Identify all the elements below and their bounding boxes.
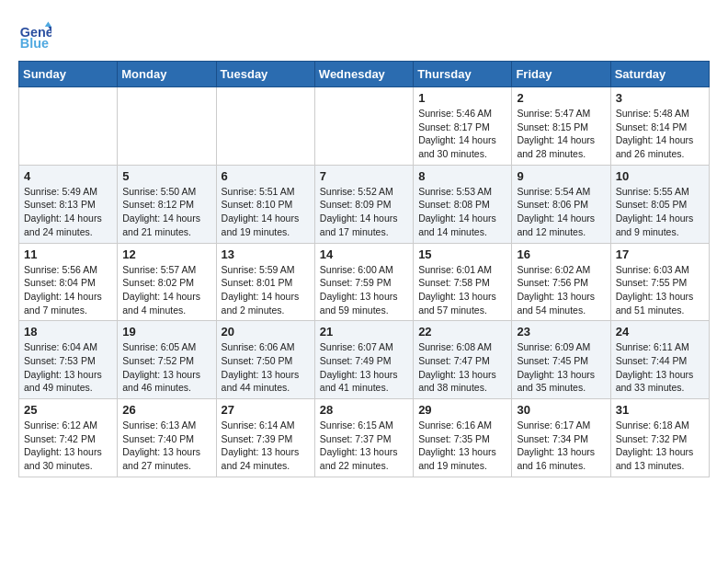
weekday-header-tuesday: Tuesday: [216, 62, 314, 87]
day-number: 27: [222, 403, 310, 417]
day-number: 3: [616, 91, 704, 105]
day-number: 6: [222, 169, 310, 183]
weekday-header-saturday: Saturday: [610, 62, 709, 87]
day-info: Sunrise: 6:17 AM Sunset: 7:34 PM Dayligh…: [517, 419, 605, 473]
day-number: 20: [222, 325, 310, 339]
calendar-cell: 2Sunrise: 5:47 AM Sunset: 8:15 PM Daylig…: [512, 87, 610, 166]
weekday-header-friday: Friday: [512, 62, 610, 87]
page-header: General Blue: [18, 18, 710, 52]
calendar-cell: [19, 87, 118, 166]
day-number: 13: [222, 247, 310, 261]
day-info: Sunrise: 6:11 AM Sunset: 7:44 PM Dayligh…: [616, 340, 704, 395]
day-info: Sunrise: 6:18 AM Sunset: 7:32 PM Dayligh…: [616, 419, 704, 473]
calendar-cell: [216, 87, 314, 166]
calendar-week-row: 4Sunrise: 5:49 AM Sunset: 8:13 PM Daylig…: [19, 165, 710, 243]
calendar-cell: 29Sunrise: 6:16 AM Sunset: 7:35 PM Dayli…: [414, 399, 512, 477]
day-info: Sunrise: 5:56 AM Sunset: 8:04 PM Dayligh…: [24, 263, 112, 317]
calendar-week-row: 18Sunrise: 6:04 AM Sunset: 7:53 PM Dayli…: [19, 321, 710, 399]
calendar-cell: 30Sunrise: 6:17 AM Sunset: 7:34 PM Dayli…: [512, 399, 610, 477]
day-number: 7: [320, 169, 408, 183]
calendar-cell: 19Sunrise: 6:05 AM Sunset: 7:52 PM Dayli…: [118, 321, 216, 399]
weekday-header-wednesday: Wednesday: [314, 62, 413, 87]
day-number: 31: [616, 403, 704, 417]
calendar-week-row: 1Sunrise: 5:46 AM Sunset: 8:17 PM Daylig…: [19, 87, 710, 166]
calendar-cell: 31Sunrise: 6:18 AM Sunset: 7:32 PM Dayli…: [610, 399, 709, 477]
day-number: 23: [517, 325, 605, 339]
day-info: Sunrise: 6:02 AM Sunset: 7:56 PM Dayligh…: [517, 263, 605, 317]
day-number: 14: [320, 247, 408, 261]
day-info: Sunrise: 6:15 AM Sunset: 7:37 PM Dayligh…: [320, 419, 408, 473]
weekday-header-monday: Monday: [118, 62, 216, 87]
day-number: 18: [24, 325, 112, 339]
calendar-cell: 9Sunrise: 5:54 AM Sunset: 8:06 PM Daylig…: [512, 165, 610, 243]
day-info: Sunrise: 5:59 AM Sunset: 8:01 PM Dayligh…: [222, 263, 310, 317]
calendar-cell: 5Sunrise: 5:50 AM Sunset: 8:12 PM Daylig…: [118, 165, 216, 243]
calendar-cell: 3Sunrise: 5:48 AM Sunset: 8:14 PM Daylig…: [610, 87, 709, 166]
day-number: 8: [418, 169, 506, 183]
day-number: 9: [517, 169, 605, 183]
calendar-cell: 11Sunrise: 5:56 AM Sunset: 8:04 PM Dayli…: [19, 243, 118, 321]
calendar-cell: 10Sunrise: 5:55 AM Sunset: 8:05 PM Dayli…: [610, 165, 709, 243]
day-number: 4: [24, 169, 112, 183]
day-number: 5: [122, 169, 210, 183]
logo-icon: General Blue: [18, 18, 51, 52]
day-number: 21: [320, 325, 408, 339]
calendar-cell: 7Sunrise: 5:52 AM Sunset: 8:09 PM Daylig…: [314, 165, 413, 243]
calendar-cell: 23Sunrise: 6:09 AM Sunset: 7:45 PM Dayli…: [512, 321, 610, 399]
day-info: Sunrise: 5:57 AM Sunset: 8:02 PM Dayligh…: [122, 263, 210, 317]
calendar-cell: 26Sunrise: 6:13 AM Sunset: 7:40 PM Dayli…: [118, 399, 216, 477]
calendar-week-row: 11Sunrise: 5:56 AM Sunset: 8:04 PM Dayli…: [19, 243, 710, 321]
day-info: Sunrise: 5:53 AM Sunset: 8:08 PM Dayligh…: [418, 185, 506, 239]
day-number: 28: [320, 403, 408, 417]
calendar-cell: 22Sunrise: 6:08 AM Sunset: 7:47 PM Dayli…: [414, 321, 512, 399]
day-info: Sunrise: 6:16 AM Sunset: 7:35 PM Dayligh…: [418, 419, 506, 473]
day-info: Sunrise: 6:05 AM Sunset: 7:52 PM Dayligh…: [122, 340, 210, 395]
calendar-cell: 8Sunrise: 5:53 AM Sunset: 8:08 PM Daylig…: [414, 165, 512, 243]
day-info: Sunrise: 5:51 AM Sunset: 8:10 PM Dayligh…: [222, 185, 310, 239]
calendar-cell: 24Sunrise: 6:11 AM Sunset: 7:44 PM Dayli…: [610, 321, 709, 399]
day-number: 15: [418, 247, 506, 261]
day-info: Sunrise: 5:48 AM Sunset: 8:14 PM Dayligh…: [616, 107, 704, 161]
calendar-cell: 1Sunrise: 5:46 AM Sunset: 8:17 PM Daylig…: [414, 87, 512, 166]
logo: General Blue: [18, 18, 51, 52]
calendar-cell: 17Sunrise: 6:03 AM Sunset: 7:55 PM Dayli…: [610, 243, 709, 321]
day-number: 2: [517, 91, 605, 105]
day-info: Sunrise: 6:07 AM Sunset: 7:49 PM Dayligh…: [320, 340, 408, 395]
day-number: 10: [616, 169, 704, 183]
calendar-cell: 13Sunrise: 5:59 AM Sunset: 8:01 PM Dayli…: [216, 243, 314, 321]
day-info: Sunrise: 6:01 AM Sunset: 7:58 PM Dayligh…: [418, 263, 506, 317]
weekday-header-thursday: Thursday: [414, 62, 512, 87]
day-number: 25: [24, 403, 112, 417]
calendar-cell: 20Sunrise: 6:06 AM Sunset: 7:50 PM Dayli…: [216, 321, 314, 399]
calendar-cell: 6Sunrise: 5:51 AM Sunset: 8:10 PM Daylig…: [216, 165, 314, 243]
weekday-header-sunday: Sunday: [19, 62, 118, 87]
calendar-cell: 12Sunrise: 5:57 AM Sunset: 8:02 PM Dayli…: [118, 243, 216, 321]
day-info: Sunrise: 5:50 AM Sunset: 8:12 PM Dayligh…: [122, 185, 210, 239]
day-number: 26: [122, 403, 210, 417]
day-info: Sunrise: 6:12 AM Sunset: 7:42 PM Dayligh…: [24, 419, 112, 473]
calendar-cell: 25Sunrise: 6:12 AM Sunset: 7:42 PM Dayli…: [19, 399, 118, 477]
day-number: 29: [418, 403, 506, 417]
calendar-cell: 18Sunrise: 6:04 AM Sunset: 7:53 PM Dayli…: [19, 321, 118, 399]
calendar-table: SundayMondayTuesdayWednesdayThursdayFrid…: [18, 61, 710, 477]
calendar-cell: 15Sunrise: 6:01 AM Sunset: 7:58 PM Dayli…: [414, 243, 512, 321]
day-info: Sunrise: 6:03 AM Sunset: 7:55 PM Dayligh…: [616, 263, 704, 317]
day-info: Sunrise: 6:04 AM Sunset: 7:53 PM Dayligh…: [24, 340, 112, 395]
day-number: 16: [517, 247, 605, 261]
day-number: 1: [418, 91, 506, 105]
calendar-cell: [118, 87, 216, 166]
day-info: Sunrise: 6:00 AM Sunset: 7:59 PM Dayligh…: [320, 263, 408, 317]
day-info: Sunrise: 6:09 AM Sunset: 7:45 PM Dayligh…: [517, 340, 605, 395]
day-info: Sunrise: 5:47 AM Sunset: 8:15 PM Dayligh…: [517, 107, 605, 161]
calendar-cell: 27Sunrise: 6:14 AM Sunset: 7:39 PM Dayli…: [216, 399, 314, 477]
day-info: Sunrise: 6:14 AM Sunset: 7:39 PM Dayligh…: [222, 419, 310, 473]
calendar-cell: 21Sunrise: 6:07 AM Sunset: 7:49 PM Dayli…: [314, 321, 413, 399]
day-number: 22: [418, 325, 506, 339]
day-info: Sunrise: 5:46 AM Sunset: 8:17 PM Dayligh…: [418, 107, 506, 161]
day-number: 24: [616, 325, 704, 339]
calendar-cell: 28Sunrise: 6:15 AM Sunset: 7:37 PM Dayli…: [314, 399, 413, 477]
day-number: 17: [616, 247, 704, 261]
day-info: Sunrise: 5:54 AM Sunset: 8:06 PM Dayligh…: [517, 185, 605, 239]
day-info: Sunrise: 5:52 AM Sunset: 8:09 PM Dayligh…: [320, 185, 408, 239]
svg-text:Blue: Blue: [20, 36, 49, 51]
